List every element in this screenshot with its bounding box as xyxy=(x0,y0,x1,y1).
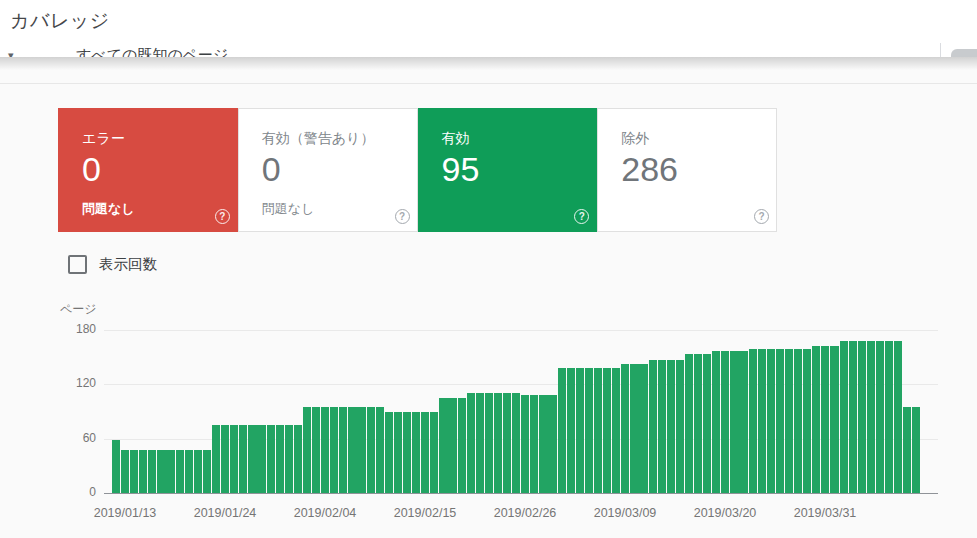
chart-bar xyxy=(812,346,820,493)
chart-bar xyxy=(176,450,184,493)
chart-bar xyxy=(621,364,629,493)
chart-bar xyxy=(194,450,202,493)
status-card-error[interactable]: エラー 0 問題なし ? xyxy=(58,108,238,232)
chart-bar xyxy=(503,393,511,493)
x-axis-line xyxy=(104,493,938,494)
chart-bar xyxy=(694,354,702,493)
chart-bar xyxy=(639,364,647,493)
chart-bar xyxy=(521,395,529,493)
chart-bar xyxy=(830,346,838,493)
chart-bar xyxy=(585,368,593,493)
chart-bar xyxy=(494,393,502,493)
card-value: 95 xyxy=(442,150,480,189)
chart-bar xyxy=(885,341,893,493)
chart-bar xyxy=(139,450,147,493)
page-filter-dropdown[interactable]: すべての既知のページ xyxy=(76,46,228,57)
chart-bar xyxy=(321,407,329,493)
x-tick-label: 2019/02/26 xyxy=(475,506,575,520)
chart-bar xyxy=(130,450,138,493)
chevron-down-icon: ▾ xyxy=(8,49,14,57)
x-tick-label: 2019/03/20 xyxy=(675,506,775,520)
chart-bar xyxy=(912,407,920,493)
chart-bar xyxy=(558,368,566,493)
card-label: 有効 xyxy=(442,130,470,148)
filter-bar-clipped[interactable]: ▾ すべての既知のページ xyxy=(0,43,977,57)
help-icon[interactable]: ? xyxy=(215,209,230,224)
chart-bar xyxy=(703,354,711,493)
status-card-valid-with-warnings[interactable]: 有効（警告あり） 0 問題なし ? xyxy=(238,108,418,232)
chart-bar xyxy=(548,395,556,493)
chart-bar xyxy=(658,360,666,493)
chart-bar xyxy=(221,425,229,493)
y-tick-label: 120 xyxy=(40,376,96,390)
chart-bar xyxy=(894,341,902,493)
card-label: 除外 xyxy=(621,130,649,148)
chart-bar xyxy=(394,412,402,494)
chart-bar xyxy=(840,341,848,493)
chart-bar xyxy=(649,360,657,493)
y-tick-label: 180 xyxy=(40,322,96,336)
chart-bar xyxy=(312,407,320,493)
chart-bar xyxy=(467,393,475,493)
chart-bar xyxy=(430,412,438,494)
chart-bar xyxy=(357,407,365,493)
chart-bar xyxy=(739,351,747,493)
chart-bar xyxy=(157,450,165,493)
chart-bar xyxy=(803,349,811,493)
chart-bar xyxy=(821,346,829,493)
status-card-excluded[interactable]: 除外 286 ? xyxy=(597,108,777,232)
help-icon[interactable]: ? xyxy=(754,209,769,224)
help-icon[interactable]: ? xyxy=(574,209,589,224)
chart-bar xyxy=(594,368,602,493)
chart-bar xyxy=(512,393,520,493)
chart-bar xyxy=(348,407,356,493)
chart-bar xyxy=(267,425,275,493)
chart-bar xyxy=(339,407,347,493)
page-header: カバレッジ ▾ すべての既知のページ xyxy=(0,0,977,57)
x-tick-label: 2019/01/13 xyxy=(75,506,175,520)
chart-bar xyxy=(412,412,420,494)
chart-bar xyxy=(567,368,575,493)
help-icon[interactable]: ? xyxy=(395,209,410,224)
card-value: 286 xyxy=(621,150,678,189)
chart-bar xyxy=(485,393,493,493)
chart-bar xyxy=(448,398,456,493)
chart-bar xyxy=(121,450,129,493)
chart-bar xyxy=(112,440,120,493)
x-tick-label: 2019/02/04 xyxy=(275,506,375,520)
status-card-valid[interactable]: 有効 95 ? xyxy=(418,108,598,232)
chart-bar xyxy=(712,351,720,493)
chart-bar xyxy=(749,349,757,493)
chart-bar xyxy=(476,393,484,493)
filter-bar-divider xyxy=(940,43,941,57)
header-shadow xyxy=(0,57,977,70)
chart-bar xyxy=(294,425,302,493)
gridline xyxy=(104,330,938,331)
chart-bar xyxy=(858,341,866,493)
chart-bar xyxy=(239,425,247,493)
impressions-toggle[interactable]: 表示回数 xyxy=(68,254,157,274)
chart-bar xyxy=(758,349,766,493)
chart-bar xyxy=(212,425,220,493)
chart-bar xyxy=(876,341,884,493)
page-title: カバレッジ xyxy=(10,8,110,34)
x-tick-label: 2019/01/24 xyxy=(175,506,275,520)
coverage-report-screen: ページ 0601201802019/01/132019/01/242019/02… xyxy=(0,0,977,538)
chart-bar xyxy=(776,349,784,493)
chart-bar xyxy=(376,407,384,493)
chart-bar xyxy=(385,412,393,494)
chart-bar xyxy=(148,450,156,493)
chart-y-axis-title: ページ xyxy=(60,301,97,318)
chart-bar xyxy=(230,425,238,493)
card-label: エラー xyxy=(82,130,125,148)
chart-bar xyxy=(849,341,857,493)
chart-bar xyxy=(539,395,547,493)
impressions-checkbox[interactable] xyxy=(68,255,87,274)
chart-bar xyxy=(867,341,875,493)
chart-bar xyxy=(276,425,284,493)
chart-bar xyxy=(367,407,375,493)
status-cards-row: エラー 0 問題なし ? 有効（警告あり） 0 問題なし ? 有効 95 ? 除… xyxy=(58,108,777,232)
chart-bar xyxy=(248,425,256,493)
chart-bar xyxy=(612,368,620,493)
impressions-label: 表示回数 xyxy=(99,255,157,274)
